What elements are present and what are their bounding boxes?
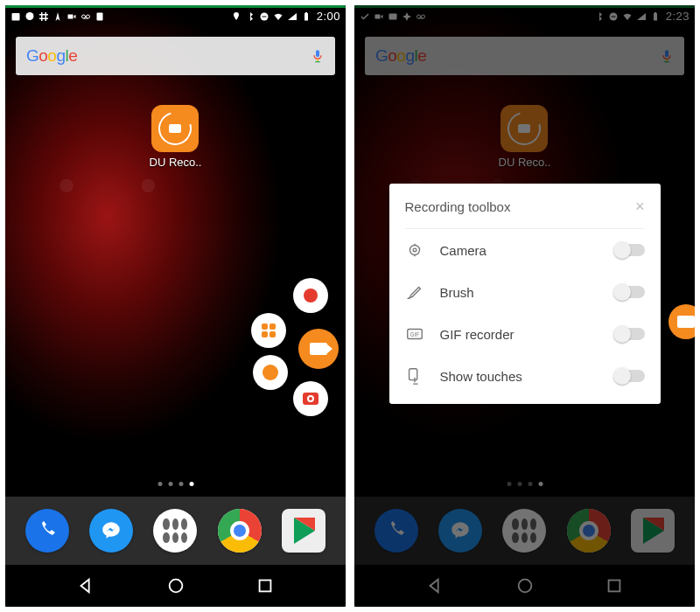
toggle-gif[interactable] [615, 328, 645, 340]
svg-rect-12 [315, 61, 319, 62]
svg-point-28 [410, 246, 419, 255]
dock-phone[interactable] [25, 509, 69, 553]
record-icon [304, 289, 318, 303]
touch-icon [405, 366, 424, 386]
svg-rect-8 [304, 13, 308, 21]
messenger-icon [24, 11, 35, 22]
nav-icon [52, 11, 63, 22]
bluetooth-icon [245, 11, 256, 22]
svg-rect-5 [97, 12, 103, 20]
gif-icon: GIF [405, 324, 424, 344]
dock-play-store[interactable] [282, 509, 326, 553]
row-label: Show touches [440, 369, 522, 384]
dock-app-drawer[interactable] [153, 509, 197, 553]
wifi-icon [273, 11, 284, 22]
calendar-icon [10, 11, 21, 22]
battery-icon [301, 11, 312, 22]
phone-icon [37, 520, 58, 541]
nav-home[interactable] [166, 576, 186, 595]
camera-outline-icon [405, 240, 424, 260]
svg-rect-2 [68, 14, 74, 18]
video-main-button[interactable] [298, 329, 339, 369]
status-bar: 2:00 [5, 5, 346, 24]
app-drawer-icon [163, 518, 187, 543]
toggle-touches[interactable] [615, 370, 645, 382]
status-time: 2:00 [317, 10, 340, 23]
screenshot-button[interactable] [293, 381, 328, 416]
wrench-icon [262, 365, 278, 380]
dialog-title: Recording toolbox [405, 199, 511, 214]
phone-right: 2:23 Google DU Reco.. Recording [354, 5, 695, 607]
recording-toolbox-dialog: Recording toolbox × Camera Brush GIF GIF… [389, 184, 661, 404]
nav-recents[interactable] [256, 576, 275, 595]
phone-left: 2:00 Google DU Reco.. [5, 5, 346, 607]
status-right-icons: 2:00 [231, 10, 340, 23]
row-label: Brush [440, 285, 474, 300]
dock-messenger[interactable] [89, 509, 133, 553]
video-icon [677, 316, 695, 328]
svg-rect-32 [409, 369, 416, 380]
nav-bar [5, 565, 346, 607]
toolbox-button[interactable] [251, 313, 286, 348]
row-label: Camera [440, 243, 486, 258]
record-button[interactable] [293, 278, 328, 313]
nav-back[interactable] [76, 576, 95, 595]
svg-rect-9 [305, 12, 307, 13]
recorder-fab-cluster [242, 278, 339, 418]
du-recorder-icon [152, 105, 200, 152]
google-logo: Google [26, 46, 77, 66]
svg-rect-10 [316, 50, 319, 57]
home-screen[interactable]: Google DU Reco.. [5, 24, 346, 607]
svg-point-3 [82, 15, 86, 18]
video-icon [310, 343, 327, 355]
messenger-icon [100, 519, 122, 542]
dock-chrome[interactable] [218, 509, 262, 553]
signal-icon [287, 11, 298, 22]
close-icon[interactable]: × [635, 198, 645, 216]
clipboard-icon [94, 11, 105, 22]
row-label: GIF recorder [440, 327, 514, 342]
google-search-widget[interactable]: Google [16, 37, 335, 75]
dnd-icon [259, 11, 270, 22]
app-du-recorder[interactable]: DU Reco.. [150, 105, 202, 169]
toggle-camera[interactable] [615, 244, 645, 256]
svg-point-4 [87, 15, 90, 18]
settings-button[interactable] [253, 355, 288, 390]
app-label: DU Reco.. [150, 156, 202, 169]
toolbox-row-touches[interactable]: Show touches [405, 355, 645, 397]
brush-icon [405, 282, 424, 302]
toolbox-row-camera[interactable]: Camera [405, 229, 645, 271]
svg-point-29 [413, 248, 416, 252]
svg-text:GIF: GIF [410, 331, 419, 337]
mic-icon[interactable] [311, 47, 325, 65]
svg-rect-7 [262, 16, 266, 17]
svg-rect-0 [12, 13, 20, 21]
status-left-icons [10, 11, 105, 22]
toolbox-row-brush[interactable]: Brush [405, 271, 645, 313]
toggle-brush[interactable] [615, 286, 645, 298]
svg-rect-11 [317, 59, 318, 61]
grid-icon [262, 323, 276, 337]
page-indicator [158, 482, 193, 486]
svg-point-13 [169, 580, 182, 593]
camera-icon [303, 393, 318, 405]
dock [5, 497, 346, 565]
toolbox-row-gif[interactable]: GIF GIF recorder [405, 313, 645, 355]
slack-icon [38, 11, 49, 22]
voicemail-icon [80, 11, 91, 22]
video-icon [66, 11, 77, 22]
svg-rect-14 [260, 581, 271, 592]
svg-point-1 [26, 12, 34, 20]
location-icon [231, 11, 242, 22]
